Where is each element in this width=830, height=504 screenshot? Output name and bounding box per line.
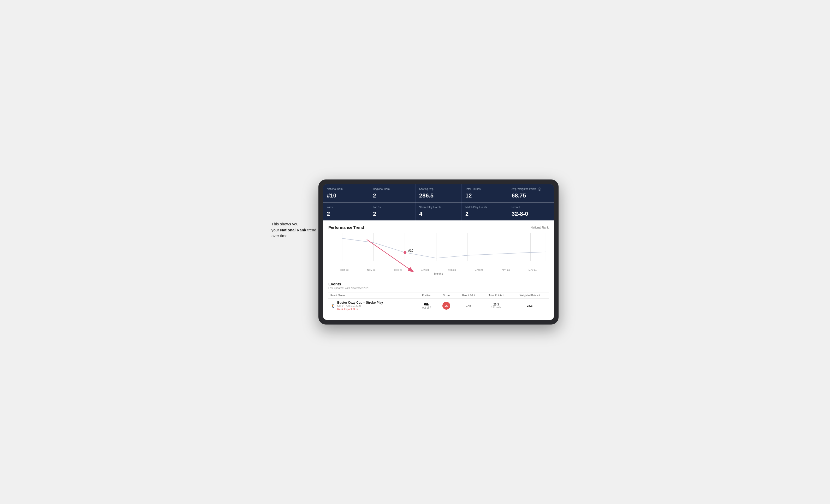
rank-impact: Rank Impact: 3 (337, 308, 355, 311)
stat-record: Record 32-8-0 (508, 202, 554, 221)
stat-wins: Wins 2 (323, 202, 369, 221)
stats-row-2: Wins 2 Top 3s 2 Stroke Play Events 4 Mat… (323, 202, 554, 221)
stat-regional-rank: Regional Rank 2 (369, 184, 415, 202)
chart-x-labels: OCT 23 NOV 23 DEC 23 JAN 24 FEB 24 MAR 2… (328, 269, 549, 271)
event-total-points: 28.3 3 Rounds (481, 299, 511, 313)
performance-section: Performance Trend National Rank (323, 221, 554, 278)
events-title: Events (328, 282, 549, 286)
event-icon: 🏌️ (330, 303, 336, 308)
stats-row-1: National Rank #10 Regional Rank 2 Scorin… (323, 184, 554, 202)
stat-stroke-play-events: Stroke Play Events 4 (416, 202, 461, 221)
table-header-row: Event Name Position Score Event SG i Tot… (328, 293, 549, 299)
performance-header: Performance Trend National Rank (328, 225, 549, 230)
stat-avg-weighted-points: Avg. Weighted Points i 68.75 (508, 184, 554, 202)
event-score: -22 (437, 299, 455, 313)
events-table: Event Name Position Score Event SG i Tot… (328, 292, 549, 313)
rank-arrow-icon: ▼ (356, 308, 358, 311)
performance-chart: #10 (328, 233, 549, 267)
performance-title: Performance Trend (328, 225, 364, 230)
event-name-cell: 🏌️ Buster Cozy Cup – Stroke Play Oct 9 –… (328, 299, 416, 313)
info-icon-total-points[interactable]: i (503, 294, 504, 297)
stat-national-rank: National Rank #10 (323, 184, 369, 202)
events-subtitle: Last updated: 24th November 2023 (328, 287, 549, 290)
col-position: Position (416, 293, 437, 299)
stat-match-play-events: Match Play Events 2 (462, 202, 508, 221)
event-position: 6th out of 7 (416, 299, 437, 313)
stat-scoring-avg: Scoring Avg. 286.5 (416, 184, 461, 202)
col-event-name: Event Name (328, 293, 416, 299)
stat-total-rounds: Total Rounds 12 (462, 184, 508, 202)
col-total-points: Total Points i (481, 293, 511, 299)
chart-month-title: Months (328, 272, 549, 275)
col-event-sg: Event SG i (456, 293, 482, 299)
national-rank-axis-label: National Rank (531, 226, 549, 229)
event-date: Oct 9 – Oct 10, 2023 (337, 304, 383, 307)
tablet-frame: National Rank #10 Regional Rank 2 Scorin… (318, 179, 558, 325)
col-score: Score (437, 293, 455, 299)
info-icon-weighted-points[interactable]: i (539, 294, 540, 297)
info-icon-avg-weighted[interactable]: i (538, 188, 541, 191)
events-section: Events Last updated: 24th November 2023 … (323, 278, 554, 317)
chart-rank-label: #10 (408, 249, 413, 252)
event-sg: 0.45 (456, 299, 482, 313)
tablet-screen: National Rank #10 Regional Rank 2 Scorin… (323, 184, 554, 320)
annotation-text: This shows you your National Rank trend … (272, 221, 324, 239)
score-badge: -22 (442, 302, 450, 310)
event-name: Buster Cozy Cup – Stroke Play (337, 301, 383, 304)
info-icon-event-sg[interactable]: i (474, 294, 475, 297)
event-weighted-points: 28.3 (511, 299, 549, 313)
chart-svg: #10 (328, 233, 549, 267)
table-row: 🏌️ Buster Cozy Cup – Stroke Play Oct 9 –… (328, 299, 549, 313)
chart-point (404, 251, 406, 254)
col-weighted-points: Weighted Points i (511, 293, 549, 299)
stat-top3s: Top 3s 2 (369, 202, 415, 221)
